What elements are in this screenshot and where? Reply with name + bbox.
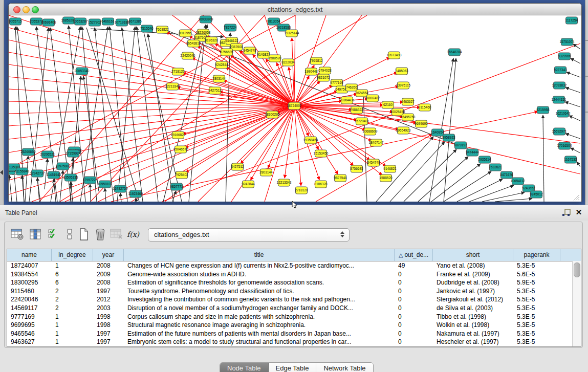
select-all-rows-button[interactable]: [46, 226, 61, 243]
network-node[interactable]: 2718120: [295, 187, 308, 194]
network-node[interactable]: 18724007: [287, 102, 302, 110]
network-node[interactable]: 9329966: [558, 53, 571, 60]
network-node[interactable]: 8756685: [350, 165, 363, 172]
close-panel-icon[interactable]: ✕: [574, 208, 583, 217]
network-node[interactable]: 19166822: [171, 132, 186, 139]
function-builder-button[interactable]: f(x): [125, 226, 141, 243]
network-node[interactable]: 10958107: [98, 181, 113, 188]
network-node[interactable]: 7485063: [395, 68, 408, 75]
network-node[interactable]: 19358454: [303, 137, 318, 144]
network-node[interactable]: 12444151: [552, 96, 567, 103]
network-node[interactable]: 6879197: [454, 142, 467, 149]
network-node[interactable]: 15720407: [355, 118, 369, 125]
network-node[interactable]: 7986322: [350, 106, 363, 114]
table-row[interactable]: 1830029562008Estimation of significance …: [7, 278, 581, 287]
network-node[interactable]: 18300295: [265, 111, 280, 118]
table-row[interactable]: 969969511998Structural magnetic resonanc…: [7, 321, 581, 330]
network-node[interactable]: 7955812: [310, 57, 323, 64]
network-node[interactable]: 16782759: [113, 185, 128, 192]
network-node[interactable]: 19325144: [285, 30, 299, 37]
table-row[interactable]: 946554611997Estimation of the future num…: [7, 330, 581, 338]
column-header-title[interactable]: title: [124, 249, 395, 261]
network-node[interactable]: 17016504: [557, 142, 572, 149]
create-new-table-button[interactable]: [76, 226, 92, 243]
column-header-in-degree[interactable]: in_degree: [52, 249, 93, 261]
network-node[interactable]: 15751074: [560, 38, 575, 46]
clear-row-selection-button[interactable]: [62, 226, 77, 243]
network-node[interactable]: 16648784: [447, 49, 462, 56]
network-node[interactable]: 9463627: [401, 98, 415, 105]
network-node[interactable]: 7632621: [489, 164, 502, 171]
network-node[interactable]: 9827548: [334, 174, 347, 182]
network-node[interactable]: 7663822: [156, 26, 169, 33]
network-node[interactable]: 17957223: [83, 177, 98, 184]
network-node[interactable]: 8186328: [314, 181, 328, 188]
window-resize-grip[interactable]: [574, 195, 579, 201]
network-node[interactable]: 2718120: [171, 68, 185, 75]
network-node[interactable]: 9242844: [215, 61, 228, 69]
network-node[interactable]: 9115460: [419, 104, 431, 111]
table-row[interactable]: 1456911722003Disruption of a novel membe…: [7, 304, 581, 313]
table-settings-button[interactable]: [10, 226, 25, 243]
network-node[interactable]: 16543812: [186, 40, 201, 47]
table-row[interactable]: 2242004622012Investigating the contribut…: [7, 295, 581, 304]
delete-columns-button[interactable]: [109, 226, 124, 243]
network-node[interactable]: 13505135: [63, 174, 78, 181]
network-node[interactable]: 1588520: [268, 55, 281, 62]
network-node[interactable]: 8427512: [231, 163, 244, 170]
network-node[interactable]: 1588520: [379, 174, 393, 182]
network-node[interactable]: 9146821: [383, 165, 397, 172]
network-node[interactable]: 1990448: [304, 68, 318, 75]
network-node[interactable]: 2935114: [478, 156, 491, 163]
column-header-pagerank[interactable]: pagerank: [513, 249, 560, 261]
network-node[interactable]: 9055715: [9, 18, 22, 25]
network-node[interactable]: 9777169: [330, 79, 343, 86]
network-node[interactable]: 10688609: [363, 128, 378, 135]
network-node[interactable]: 9245012: [530, 191, 543, 198]
column-header-year[interactable]: year: [93, 249, 124, 261]
network-node[interactable]: 746266: [346, 84, 358, 91]
table-row[interactable]: 911546021997Tourette syndrome. Phenomeno…: [7, 287, 581, 296]
network-node[interactable]: 73975887: [56, 163, 71, 170]
network-node[interactable]: 8454749: [367, 159, 380, 166]
network-node[interactable]: 11156848: [15, 168, 29, 175]
network-node[interactable]: 10719188: [115, 19, 129, 26]
network-node[interactable]: 6794028: [318, 67, 332, 74]
network-node[interactable]: 1640954: [431, 129, 444, 136]
network-node[interactable]: 20691406: [41, 19, 56, 26]
network-node[interactable]: 20364436: [340, 97, 355, 104]
network-node[interactable]: 10973493: [387, 52, 402, 59]
network-node[interactable]: 8912955: [179, 30, 192, 37]
network-node[interactable]: 20206521: [40, 151, 55, 158]
delete-table-button[interactable]: [93, 226, 108, 243]
network-node[interactable]: 8427512: [208, 87, 222, 94]
network-node[interactable]: 7925402: [175, 171, 188, 179]
network-node[interactable]: 9474444: [466, 149, 479, 156]
column-header-out-de-[interactable]: △out_de...: [395, 249, 433, 261]
window-titlebar[interactable]: citations_edges.txt: [9, 4, 581, 15]
network-node[interactable]: 7857224: [224, 24, 237, 31]
network-node[interactable]: 10807487: [365, 95, 380, 102]
network-node[interactable]: 10653287: [73, 18, 88, 25]
network-node[interactable]: 18407147: [369, 139, 384, 146]
network-node[interactable]: 8958923: [442, 134, 455, 141]
network-node[interactable]: 8215958: [536, 106, 550, 114]
tab-edge-table[interactable]: Edge Table: [269, 363, 317, 372]
network-node[interactable]: 2803144: [212, 75, 226, 82]
network-node[interactable]: 12213343: [277, 179, 292, 186]
network-node[interactable]: 20053340: [75, 68, 90, 75]
table-row[interactable]: 946362711997Embryonic stem cells: a mode…: [7, 338, 581, 346]
network-graph[interactable]: 9055715 2055372 20691406 16853287 106532…: [9, 15, 580, 202]
table-row[interactable]: 977716911998Corpus callosum shape and si…: [7, 313, 581, 321]
network-node[interactable]: 12093832: [552, 82, 567, 89]
network-node[interactable]: 15153456: [314, 150, 329, 157]
table-row[interactable]: 1872400712008Changes of HCN gene express…: [7, 261, 581, 270]
network-node[interactable]: 8222034: [281, 59, 295, 66]
tab-network-table[interactable]: Network Table: [316, 363, 373, 372]
tab-node-table[interactable]: Node Table: [220, 363, 269, 372]
network-node[interactable]: 9821072: [317, 74, 330, 81]
network-node[interactable]: 15046572: [173, 146, 188, 153]
network-node[interactable]: 8186328: [205, 37, 218, 44]
network-node[interactable]: 15692971: [552, 128, 567, 135]
network-node[interactable]: 8756685: [220, 49, 233, 56]
